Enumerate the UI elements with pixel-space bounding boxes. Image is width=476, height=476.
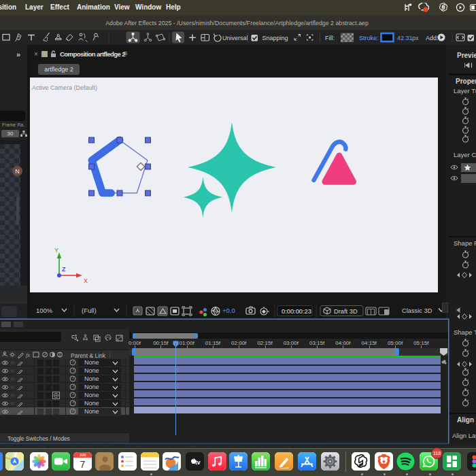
- svg-text:Stroke:: Stroke:: [359, 35, 379, 41]
- svg-text:fx: fx: [26, 352, 30, 358]
- svg-text:(Full): (Full): [82, 307, 97, 314]
- svg-text:Y: Y: [54, 247, 58, 254]
- svg-text:JUN: JUN: [80, 453, 86, 457]
- svg-text:Classic 3D: Classic 3D: [402, 307, 432, 314]
- svg-text:7: 7: [80, 459, 86, 470]
- svg-text:+0.0: +0.0: [222, 307, 235, 314]
- svg-text:Snapping: Snapping: [262, 35, 288, 41]
- svg-text:42.31: 42.31: [397, 35, 413, 41]
- svg-text:X: X: [84, 277, 88, 284]
- svg-text:Universal: Universal: [222, 35, 248, 41]
- svg-text:0:00:00:23: 0:00:00:23: [282, 308, 311, 315]
- svg-text:px: px: [412, 35, 419, 41]
- svg-text:Fill:: Fill:: [325, 35, 335, 41]
- svg-text:Add:: Add:: [426, 35, 439, 41]
- svg-text:tv: tv: [195, 459, 201, 466]
- svg-text:Draft 3D: Draft 3D: [334, 308, 358, 315]
- svg-text:Z: Z: [62, 266, 66, 273]
- svg-text:100%: 100%: [36, 307, 53, 314]
